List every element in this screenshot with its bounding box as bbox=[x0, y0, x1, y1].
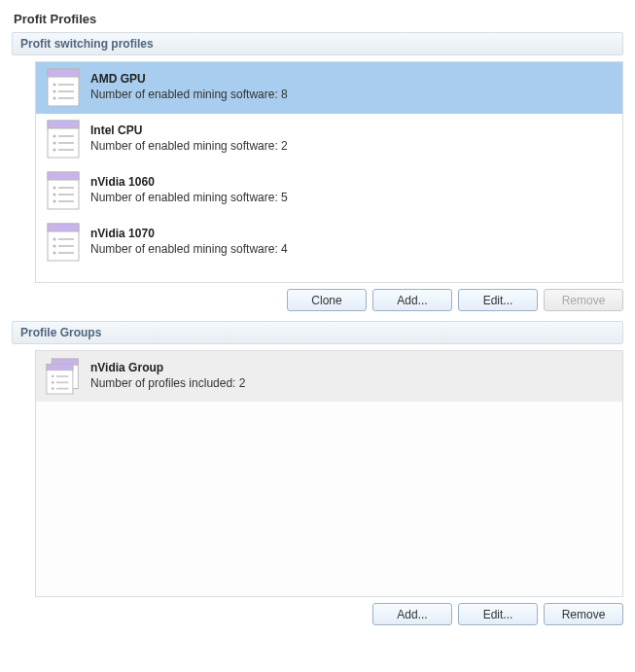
svg-point-40 bbox=[52, 387, 54, 390]
svg-rect-17 bbox=[48, 172, 79, 180]
profile-list-item[interactable]: nVidia 1070Number of enabled mining soft… bbox=[36, 217, 622, 268]
add-button[interactable]: Add... bbox=[372, 603, 452, 625]
profile-subtitle: Number of enabled mining software: 5 bbox=[90, 191, 288, 206]
svg-rect-25 bbox=[48, 224, 79, 231]
svg-rect-5 bbox=[58, 90, 74, 92]
groups-section: Profile Groups nVidia GroupNumber of pro… bbox=[12, 321, 623, 625]
svg-rect-23 bbox=[58, 200, 74, 202]
group-list-item[interactable]: nVidia GroupNumber of profiles included:… bbox=[36, 351, 622, 402]
page-title: Profit Profiles bbox=[14, 12, 623, 26]
profile-text: Intel CPUNumber of enabled mining softwa… bbox=[90, 120, 288, 154]
svg-rect-13 bbox=[58, 142, 74, 144]
svg-rect-19 bbox=[58, 187, 74, 189]
svg-rect-39 bbox=[56, 381, 69, 383]
svg-point-38 bbox=[52, 381, 54, 384]
svg-rect-15 bbox=[58, 149, 74, 151]
svg-point-6 bbox=[53, 96, 55, 99]
svg-rect-31 bbox=[58, 252, 74, 254]
profile-list-item[interactable]: Intel CPUNumber of enabled mining softwa… bbox=[36, 114, 622, 165]
remove-button[interactable]: Remove bbox=[544, 603, 623, 625]
svg-rect-29 bbox=[58, 245, 74, 247]
profile-icon bbox=[46, 120, 81, 159]
svg-rect-35 bbox=[47, 364, 73, 370]
svg-rect-41 bbox=[56, 388, 69, 390]
svg-point-12 bbox=[53, 141, 55, 144]
remove-button: Remove bbox=[544, 289, 623, 311]
group-subtitle: Number of profiles included: 2 bbox=[90, 376, 245, 392]
clone-button[interactable]: Clone bbox=[287, 289, 367, 311]
profile-subtitle: Number of enabled mining software: 8 bbox=[90, 88, 288, 103]
svg-rect-27 bbox=[58, 238, 74, 240]
profile-subtitle: Number of enabled mining software: 4 bbox=[90, 242, 288, 258]
svg-point-26 bbox=[53, 237, 55, 240]
svg-rect-11 bbox=[58, 135, 74, 137]
profile-name: Intel CPU bbox=[90, 124, 288, 139]
profile-icon bbox=[46, 68, 81, 107]
profile-list-item[interactable]: AMD GPUNumber of enabled mining software… bbox=[36, 62, 622, 114]
profiles-section: Profit switching profiles AMD GPUNumber … bbox=[12, 32, 623, 311]
group-name: nVidia Group bbox=[90, 361, 245, 376]
svg-point-20 bbox=[53, 193, 55, 195]
svg-point-4 bbox=[53, 89, 55, 92]
profile-text: AMD GPUNumber of enabled mining software… bbox=[90, 68, 288, 102]
groups-button-row: Add... Edit... Remove bbox=[35, 603, 623, 625]
edit-button[interactable]: Edit... bbox=[458, 289, 538, 311]
add-button[interactable]: Add... bbox=[372, 289, 452, 311]
profile-subtitle: Number of enabled mining software: 2 bbox=[90, 139, 288, 155]
svg-rect-7 bbox=[58, 97, 74, 99]
profile-list-item[interactable]: nVidia 1060Number of enabled mining soft… bbox=[36, 165, 622, 217]
profile-name: nVidia 1060 bbox=[90, 175, 288, 191]
document-list-icon bbox=[47, 120, 80, 159]
profiles-section-header: Profit switching profiles bbox=[12, 32, 623, 55]
svg-rect-37 bbox=[56, 375, 69, 377]
profile-icon bbox=[46, 171, 81, 210]
profile-text: nVidia 1070Number of enabled mining soft… bbox=[90, 223, 288, 257]
document-list-icon bbox=[47, 171, 80, 210]
svg-point-22 bbox=[53, 199, 55, 202]
svg-rect-21 bbox=[58, 194, 74, 195]
svg-rect-9 bbox=[48, 121, 79, 128]
profiles-button-row: Clone Add... Edit... Remove bbox=[35, 289, 623, 311]
groups-list: nVidia GroupNumber of profiles included:… bbox=[35, 350, 623, 597]
document-list-icon bbox=[47, 68, 80, 107]
profile-name: AMD GPU bbox=[90, 72, 288, 88]
group-text: nVidia GroupNumber of profiles included:… bbox=[90, 357, 245, 391]
profiles-list: AMD GPUNumber of enabled mining software… bbox=[35, 61, 623, 283]
groups-section-header: Profile Groups bbox=[12, 321, 623, 344]
svg-point-10 bbox=[53, 134, 55, 137]
edit-button[interactable]: Edit... bbox=[458, 603, 538, 625]
svg-point-28 bbox=[53, 244, 55, 247]
profile-text: nVidia 1060Number of enabled mining soft… bbox=[90, 171, 288, 205]
svg-point-18 bbox=[53, 186, 55, 189]
svg-point-14 bbox=[53, 148, 55, 151]
group-icon bbox=[46, 357, 81, 396]
svg-rect-3 bbox=[58, 84, 74, 86]
document-list-icon bbox=[47, 223, 80, 262]
profile-icon bbox=[46, 223, 81, 262]
svg-point-30 bbox=[53, 251, 55, 254]
profile-name: nVidia 1070 bbox=[90, 227, 288, 242]
svg-rect-1 bbox=[48, 69, 79, 77]
document-stack-icon bbox=[46, 356, 81, 397]
svg-point-36 bbox=[52, 375, 54, 378]
svg-point-2 bbox=[53, 83, 55, 86]
